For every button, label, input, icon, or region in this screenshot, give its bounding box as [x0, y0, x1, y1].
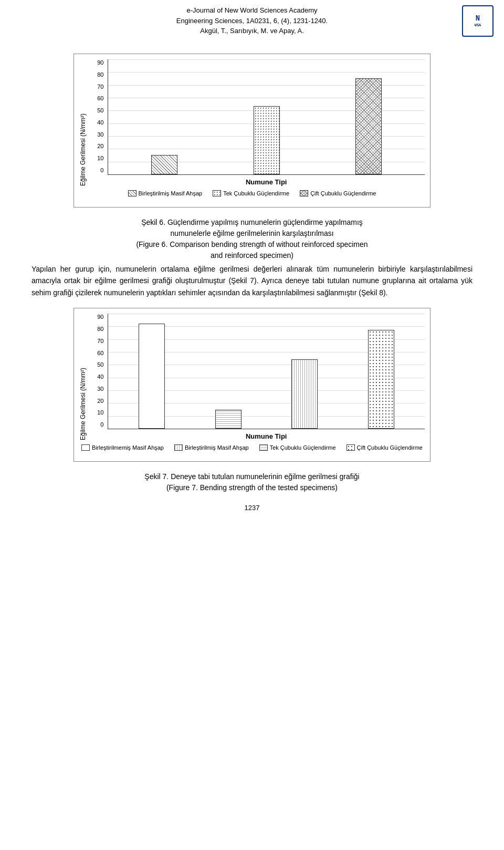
bar-cift2 — [368, 330, 394, 429]
y-tick: 70 — [89, 84, 106, 90]
legend7-label-3: Tek Çubuklu Güçlendirme — [270, 444, 336, 451]
bar-cift — [355, 78, 382, 174]
bar-tek — [254, 106, 280, 174]
y-tick: 20 — [89, 143, 106, 149]
legend-box-tek2 — [259, 444, 268, 451]
legend7-label-1: Birleştirilmemiş Masif Ahşap — [92, 444, 164, 451]
figure6-caption-en2: and reinforced specimen) — [32, 250, 472, 261]
legend-box-cift — [300, 190, 308, 196]
main-content: Eğilme Gerilmesi (N/mm²) 0 10 20 30 40 5… — [0, 39, 504, 527]
legend7-label-2: Birleştirilmiş Masif Ahşap — [185, 444, 249, 451]
y-tick: 40 — [89, 119, 106, 126]
y-tick: 20 — [89, 398, 106, 404]
bar-birlestirilmemis — [139, 324, 165, 429]
y-tick: 0 — [89, 167, 106, 173]
bar7-group-1 — [139, 314, 165, 429]
chart6-x-label: Numune Tipi — [108, 178, 425, 186]
legend-box-cift2 — [346, 444, 355, 451]
legend-item-3: Çift Çubuklu Güçlendirme — [300, 190, 376, 196]
header-text: e-Journal of New World Sciences Academy … — [176, 5, 328, 36]
y-tick: 80 — [89, 326, 106, 332]
y-tick: 60 — [89, 350, 106, 356]
bar-birlestirilmis2 — [291, 359, 318, 429]
chart7-legend: Birleştirilmemiş Masif Ahşap Birleştiril… — [79, 444, 425, 451]
chart7-area: Eğilme Gerilmesi (N/mm²) 0 10 20 30 40 5… — [79, 314, 425, 440]
y-tick: 90 — [89, 314, 106, 320]
legend7-item-4: Çift Çubuklu Güçlendirme — [346, 444, 423, 451]
legend-item-1: Birleştirilmiş Masif Ahşap — [128, 190, 203, 196]
y-tick: 10 — [89, 409, 106, 416]
bar7-group-2 — [215, 314, 242, 429]
legend-label-2: Tek Çubuklu Güçlendirme — [223, 190, 289, 196]
bar7-group-3 — [291, 314, 318, 429]
y-tick: 30 — [89, 386, 106, 392]
figure7-caption: Şekil 7. Deneye tabi tutulan numunelerin… — [32, 471, 472, 493]
page: e-Journal of New World Sciences Academy … — [0, 0, 504, 850]
figure6-caption-en1: (Figure 6. Comparison bending strength o… — [32, 239, 472, 250]
figure6-caption-tr1: Şekil 6. Güçlendirme yapılmış numuneleri… — [32, 217, 472, 228]
figure7-chart: Eğilme Gerilmesi (N/mm²) 0 10 20 30 40 5… — [74, 308, 430, 462]
y-tick: 30 — [89, 131, 106, 138]
bar-tek2 — [215, 410, 242, 429]
chart7-y-ticks: 0 10 20 30 40 50 60 70 80 90 — [89, 314, 106, 428]
chart6-area: Eğilme Gerilmesi (N/mm²) 0 10 20 30 40 5… — [79, 59, 425, 186]
chart7-inner: 0 10 20 30 40 50 60 70 80 90 — [89, 314, 425, 440]
chart7-bars — [108, 314, 425, 429]
y-tick: 40 — [89, 374, 106, 380]
legend-item-2: Tek Çubuklu Güçlendirme — [213, 190, 289, 196]
chart6-legend: Birleştirilmiş Masif Ahşap Tek Çubuklu G… — [79, 190, 425, 196]
header-line1: e-Journal of New World Sciences Academy — [176, 5, 328, 16]
chart6-inner: 0 10 20 30 40 50 60 70 80 90 — [89, 59, 425, 186]
legend-box-birlestirilmemis — [81, 444, 90, 451]
bar-birlestirilmis — [151, 155, 177, 174]
bar-group-2 — [254, 59, 280, 174]
chart7-x-label: Numune Tipi — [108, 432, 425, 440]
figure6-caption-tr2: numunelerle eğilme gerilmelerinin karşıl… — [32, 228, 472, 239]
body-paragraph1: Yapılan her gurup için, numunelerin orta… — [32, 263, 472, 298]
y-tick: 50 — [89, 361, 106, 368]
chart7-y-label: Eğilme Gerilmesi (N/mm²) — [79, 368, 87, 440]
y-tick: 60 — [89, 95, 106, 101]
y-tick: 0 — [89, 421, 106, 428]
y-tick: 70 — [89, 338, 106, 344]
bar7-group-4 — [368, 314, 394, 429]
header-line3: Akgül, T., Sarıbıyık, M. ve Apay, A. — [176, 26, 328, 36]
figure7-caption-en: (Figure 7. Bending strength of the teste… — [32, 482, 472, 493]
legend7-item-3: Tek Çubuklu Güçlendirme — [259, 444, 336, 451]
figure6-chart: Eğilme Gerilmesi (N/mm²) 0 10 20 30 40 5… — [74, 54, 430, 208]
y-tick: 90 — [89, 59, 106, 66]
chart6-y-ticks: 0 10 20 30 40 50 60 70 80 90 — [89, 59, 106, 173]
bar-group-3 — [355, 59, 382, 174]
nwsa-logo: N WSA — [462, 5, 494, 37]
page-number: 1237 — [32, 504, 472, 517]
y-tick: 10 — [89, 155, 106, 161]
y-tick: 50 — [89, 107, 106, 113]
legend7-item-2: Birleştirilmiş Masif Ahşap — [174, 444, 249, 451]
legend-label-1: Birleştirilmiş Masif Ahşap — [139, 190, 203, 196]
legend7-label-4: Çift Çubuklu Güçlendirme — [357, 444, 423, 451]
y-tick: 80 — [89, 71, 106, 78]
legend-box-tek — [213, 190, 221, 196]
chart6-bars — [108, 59, 425, 175]
header: e-Journal of New World Sciences Academy … — [0, 0, 504, 39]
legend-box-birlestirilmis — [128, 190, 136, 196]
header-line2: Engineering Sciences, 1A0231, 6, (4), 12… — [176, 16, 328, 26]
legend7-item-1: Birleştirilmemiş Masif Ahşap — [81, 444, 164, 451]
legend-box-birlestirilmis2 — [174, 444, 183, 451]
figure6-caption: Şekil 6. Güçlendirme yapılmış numuneleri… — [32, 217, 472, 261]
chart6-y-label: Eğilme Gerilmesi (N/mm²) — [79, 113, 87, 186]
figure7-caption-tr: Şekil 7. Deneye tabi tutulan numunelerin… — [32, 471, 472, 482]
legend-label-3: Çift Çubuklu Güçlendirme — [310, 190, 376, 196]
bar-group-1 — [151, 59, 177, 174]
